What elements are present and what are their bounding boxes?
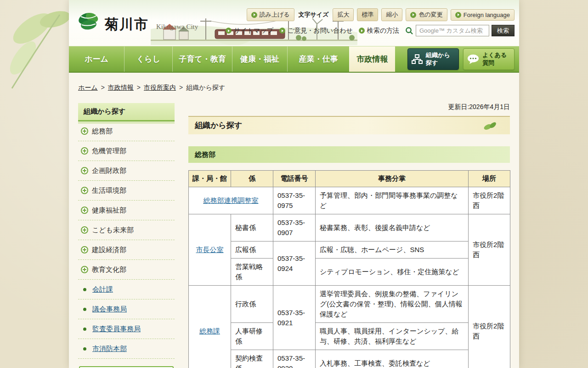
search-button[interactable]: 検索 xyxy=(492,25,514,36)
breadcrumb: ホーム>市政情報>市役所案内>組織から探す xyxy=(69,73,519,92)
breadcrumb-city-government[interactable]: 市政情報 xyxy=(108,84,134,91)
foreign-language-button[interactable]: Foreign language xyxy=(451,9,514,21)
sidebar-item-education-culture[interactable]: 教育文化部 xyxy=(78,260,175,280)
updated-date: 更新日:2026年4月1日 xyxy=(188,103,510,112)
cell-duties: 入札事務、工事検査、委託検査など xyxy=(316,350,469,368)
sidebar-link-council-secretariat[interactable]: 議会事務局 xyxy=(78,299,175,319)
cell-org: 総務課 xyxy=(189,286,231,368)
table-row: 総務部連携調整室 0537-35-0975 予算管理、部内・部門間等事務事業の調… xyxy=(189,187,510,214)
main-navigation: ホーム くらし 子育て・教育 健康・福祉 産業・仕事 市政情報 組織から探す xyxy=(69,46,519,73)
cell-section: 営業戦略係 xyxy=(231,259,273,286)
contact-link[interactable]: ご意見・お問い合わせ xyxy=(279,27,353,35)
search-icon xyxy=(405,27,413,35)
cell-section: 秘書係 xyxy=(231,214,273,242)
cell-duties: 選挙管理委員会、例規集の整備、ファイリング(公文書の保管・整理)、情報公開、個人… xyxy=(316,286,469,323)
table-row: 市長公室 秘書係 0537-35-0907 秘書業務、表彰、後援名義申請など 市… xyxy=(189,214,510,242)
font-standard-button[interactable]: 標準 xyxy=(357,8,378,21)
sidebar-link-audit-secretariat[interactable]: 監査委員事務局 xyxy=(78,319,175,339)
header-links: サイトマップ ご意見・お問い合わせ 検索の方法 検索 xyxy=(226,25,514,36)
cell-phone: 0537-35-0907 xyxy=(273,214,316,242)
search-by-organization-button[interactable]: 組織から探す xyxy=(407,48,459,70)
expand-icon[interactable] xyxy=(81,266,88,273)
sidebar-link-fire-department[interactable]: 市消防本部 xyxy=(78,339,175,359)
cell-duties: 秘書業務、表彰、後援名義申請など xyxy=(316,214,469,242)
color-change-button[interactable]: 色の変更 xyxy=(406,8,447,21)
expand-icon[interactable] xyxy=(81,147,88,155)
nav-item-city-government[interactable]: 市政情報 xyxy=(349,46,395,72)
cell-section: 契約検査係 xyxy=(231,350,273,368)
org-link[interactable]: 総務課 xyxy=(199,327,220,335)
nav-item-home[interactable]: ホーム xyxy=(69,46,124,72)
table-row: 人事研修係 職員人事、職員採用、インターンシップ、給与、研修、共済、福利厚生など xyxy=(189,323,510,350)
cell-section: 人事研修係 xyxy=(231,323,273,350)
expand-icon[interactable] xyxy=(81,226,88,234)
nav-item-childcare-education[interactable]: 子育て・教育 xyxy=(172,46,232,72)
font-size-label: 文字サイズ xyxy=(299,11,329,19)
arrow-icon xyxy=(226,28,232,34)
cell-location: 市役所2階西 xyxy=(469,286,510,368)
cell-location: 市役所2階西 xyxy=(469,214,510,286)
sidebar-item-planning-finance[interactable]: 企画財政部 xyxy=(78,161,175,181)
cell-section: 行政係 xyxy=(231,286,273,323)
cell-duties: シティプロモーション、移住・定住施策など xyxy=(316,259,469,286)
expand-icon[interactable] xyxy=(81,167,88,174)
cell-phone: 0537-35-0920 xyxy=(273,350,316,368)
faq-button[interactable]: よくある質問 xyxy=(463,48,514,70)
nav-item-living[interactable]: くらし xyxy=(124,46,172,72)
read-aloud-label: 読み上げる xyxy=(260,11,290,19)
speech-bubble-icon xyxy=(467,54,479,64)
read-aloud-button[interactable]: 読み上げる xyxy=(247,8,294,21)
table-header-row: 課・局・館 係 電話番号 事務分掌 場所 xyxy=(189,171,510,187)
arrow-icon xyxy=(410,12,416,18)
font-large-button[interactable]: 拡大 xyxy=(333,8,354,21)
sidebar-item-health-welfare[interactable]: 健康福祉部 xyxy=(78,201,175,220)
expand-icon[interactable] xyxy=(81,127,88,135)
nav-item-health-welfare[interactable]: 健康・福祉 xyxy=(232,46,287,72)
sidebar-title: 組織から探す xyxy=(78,103,175,121)
nav-item-industry-work[interactable]: 産業・仕事 xyxy=(287,46,349,72)
arrow-icon xyxy=(279,28,285,34)
expand-icon[interactable] xyxy=(81,207,88,214)
table-row: 総務課 行政係 0537-35-0921 選挙管理委員会、例規集の整備、ファイリ… xyxy=(189,286,510,323)
search-input[interactable] xyxy=(416,25,489,36)
breadcrumb-current: 組織から探す xyxy=(186,84,225,91)
cell-phone: 0537-35-0975 xyxy=(273,187,316,214)
table-row: 契約検査係 0537-35-0920 入札事務、工事検査、委託検査など xyxy=(189,350,510,368)
sidebar-item-crisis-management[interactable]: 危機管理部 xyxy=(78,141,175,161)
bullet-icon xyxy=(83,308,86,311)
leaf-icon xyxy=(483,121,497,131)
sidebar-banner[interactable] xyxy=(79,366,174,368)
sidebar-item-children-future[interactable]: こども未来部 xyxy=(78,220,175,240)
header-phone: 電話番号 xyxy=(273,171,316,187)
expand-icon[interactable] xyxy=(81,187,88,194)
site-search: 検索 xyxy=(405,25,514,36)
header-tools: 読み上げる 文字サイズ 拡大 標準 縮小 色の変更 Foreign langua… xyxy=(247,8,514,21)
table-row: 営業戦略係 シティプロモーション、移住・定住施策など xyxy=(189,259,510,286)
sidebar-item-general-affairs[interactable]: 総務部 xyxy=(78,121,175,141)
cell-section: 広報係 xyxy=(231,242,273,259)
site-name: 菊川市 xyxy=(105,15,149,33)
cell-phone: 0537-35-0924 xyxy=(273,242,316,286)
font-small-button[interactable]: 縮小 xyxy=(381,8,402,21)
site-logo[interactable]: 菊川市 Kikugawa City xyxy=(76,10,198,33)
breadcrumb-city-hall-guide[interactable]: 市役所案内 xyxy=(144,84,176,91)
sitemap-link[interactable]: サイトマップ xyxy=(226,27,273,35)
expand-icon[interactable] xyxy=(81,246,88,253)
header-location: 場所 xyxy=(469,171,510,187)
section-title: 総務部 xyxy=(188,146,510,163)
header-org: 課・局・館 xyxy=(189,171,231,187)
arrow-icon xyxy=(251,12,257,18)
bullet-icon xyxy=(83,328,86,331)
search-help-link[interactable]: 検索の方法 xyxy=(359,27,399,35)
org-link[interactable]: 総務部連携調整室 xyxy=(204,196,259,204)
site-name-en: Kikugawa City xyxy=(156,23,198,33)
sidebar-link-accounting[interactable]: 会計課 xyxy=(78,280,175,299)
sidebar-item-construction-economy[interactable]: 建設経済部 xyxy=(78,240,175,260)
nav-buttons: 組織から探す よくある質問 xyxy=(407,46,519,72)
cell-duties: 職員人事、職員採用、インターンシップ、給与、研修、共済、福利厚生など xyxy=(316,323,469,350)
sidebar-item-living-environment[interactable]: 生活環境部 xyxy=(78,181,175,201)
breadcrumb-home[interactable]: ホーム xyxy=(78,84,98,91)
org-link[interactable]: 市長公室 xyxy=(196,246,224,253)
bullet-icon xyxy=(83,347,86,351)
cell-location: 市役所2階西 xyxy=(469,187,510,214)
